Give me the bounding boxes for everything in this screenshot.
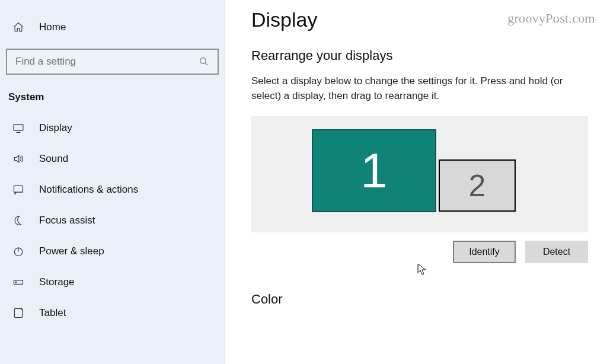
display-number: 1 <box>360 143 388 199</box>
sidebar-item-display[interactable]: Display <box>0 113 225 143</box>
rearrange-description: Select a display below to change the set… <box>251 74 588 103</box>
sidebar-section-title: System <box>0 87 225 113</box>
rearrange-title: Rearrange your displays <box>251 48 588 63</box>
sidebar-item-power-sleep[interactable]: Power & sleep <box>0 236 225 267</box>
display-number: 2 <box>469 168 486 203</box>
sidebar-item-label: Sound <box>39 153 68 165</box>
sidebar-item-tablet[interactable]: Tablet <box>0 298 225 328</box>
sound-icon <box>12 152 25 165</box>
svg-point-5 <box>15 282 17 283</box>
tablet-icon <box>12 306 25 320</box>
identify-button[interactable]: Identify <box>453 241 516 263</box>
moon-icon <box>12 214 25 227</box>
search-icon <box>199 56 209 67</box>
sidebar-item-label: Focus assist <box>39 215 95 226</box>
svg-rect-2 <box>14 186 23 192</box>
svg-point-0 <box>200 58 206 64</box>
display-tile-2[interactable]: 2 <box>439 159 516 212</box>
storage-icon <box>12 276 25 289</box>
color-section-title: Color <box>251 292 588 307</box>
main-content: groovyPost.com Display Rearrange your di… <box>225 0 607 364</box>
power-icon <box>12 245 25 258</box>
display-icon <box>12 122 25 135</box>
sidebar-item-label: Display <box>39 122 72 134</box>
search-input[interactable] <box>15 56 199 68</box>
svg-rect-6 <box>14 309 22 318</box>
sidebar-item-notifications[interactable]: Notifications & actions <box>0 174 225 205</box>
svg-rect-1 <box>14 124 23 130</box>
sidebar-item-label: Notifications & actions <box>39 184 138 196</box>
mouse-cursor-icon <box>417 263 427 275</box>
sidebar-item-label: Power & sleep <box>39 245 104 257</box>
sidebar-item-label: Tablet <box>39 307 66 319</box>
display-tile-1[interactable]: 1 <box>312 129 436 212</box>
sidebar: Home System Display Sound Notifica <box>0 0 225 364</box>
notifications-icon <box>12 183 25 196</box>
settings-app: Home System Display Sound Notifica <box>0 0 607 364</box>
sidebar-item-home[interactable]: Home <box>0 12 225 43</box>
sidebar-item-sound[interactable]: Sound <box>0 143 225 174</box>
sidebar-home-label: Home <box>39 21 66 33</box>
sidebar-item-storage[interactable]: Storage <box>0 267 225 298</box>
watermark-text: groovyPost.com <box>507 11 595 26</box>
display-button-row: Identify Detect <box>251 241 588 263</box>
home-icon <box>12 21 25 34</box>
sidebar-item-label: Storage <box>39 276 75 288</box>
display-arrangement-area[interactable]: 1 2 <box>251 116 588 232</box>
sidebar-item-focus-assist[interactable]: Focus assist <box>0 205 225 236</box>
detect-button[interactable]: Detect <box>525 241 588 263</box>
search-input-container[interactable] <box>6 49 219 75</box>
